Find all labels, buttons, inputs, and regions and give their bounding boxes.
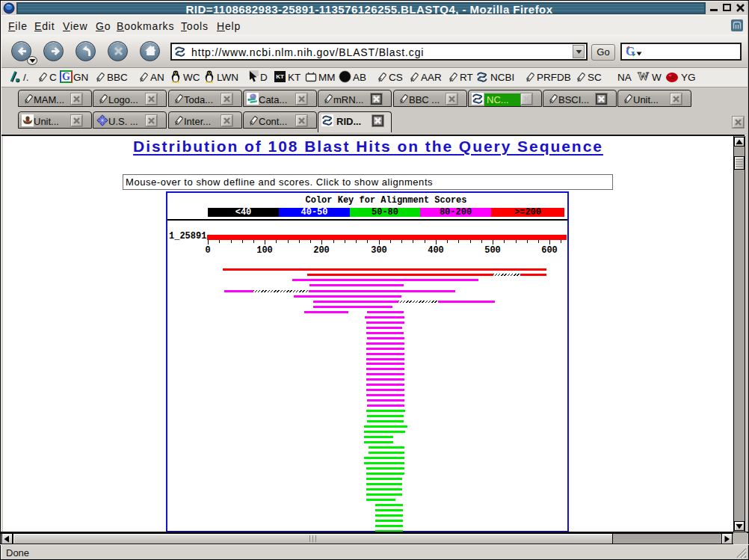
svg-text:W: W (638, 71, 649, 81)
